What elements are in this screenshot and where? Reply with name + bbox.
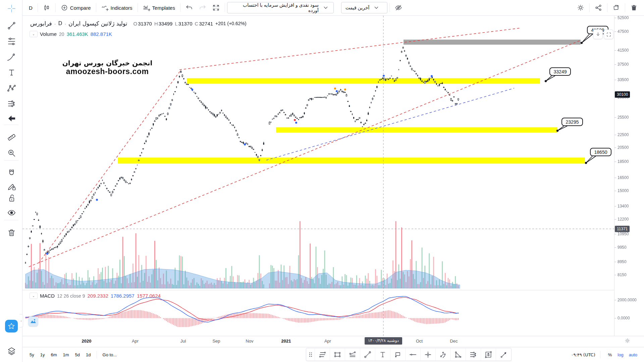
watermark-line1: انجمن خبرگان بورس تهران [52,59,163,67]
collapse-indicator-button[interactable]: ⌄ [30,293,38,299]
time-axis[interactable]: دوشنبه ۱۴۰۰/۴/۲۸ 2020AprJulSepNov2021Apr… [22,336,644,347]
share-icon [595,4,602,11]
cross-line-tool[interactable] [421,348,436,361]
tool-projection-button[interactable] [6,98,17,109]
fullscreen-button[interactable] [209,2,223,14]
interval-button[interactable]: D [26,2,36,14]
daterange-icon [484,351,492,359]
range-1y-button[interactable]: 1y [37,350,48,359]
tool-text-button[interactable] [6,67,17,78]
price-range-tool[interactable] [466,348,481,361]
range-5y-button[interactable]: 5y [26,350,37,359]
log-scale-button[interactable]: log [615,352,626,357]
tool-trend-line-button[interactable] [6,20,17,31]
text-tool[interactable] [375,348,390,361]
tool-fib-retracement-button[interactable] [6,36,17,47]
sidebar-collapse-handle[interactable]: ‹ [19,314,23,327]
tool-measure-button[interactable] [6,131,17,143]
price-tick-mark [614,117,616,118]
tool-object-tree-button[interactable] [6,345,17,357]
compare-button[interactable]: Compare [58,2,94,14]
chart-style-button[interactable] [40,2,53,14]
tool-lock-drawings-button[interactable] [6,192,17,204]
camera-icon [612,4,620,11]
goto-button[interactable]: Go to... [100,350,120,359]
hlines-icon [318,351,326,359]
macd-label: MACD [40,293,55,299]
chart-canvas[interactable] [0,0,644,362]
parallel-channel-tool[interactable] [436,348,451,361]
toolbar-divider [625,3,625,12]
compare-label: Compare [70,5,91,11]
price-tick-mark [614,178,616,178]
price-tick-label: 13400 [618,204,629,208]
close-value: 32741 [199,21,213,26]
exchange-label: فرابورس [30,20,52,27]
settings-button[interactable] [574,2,587,14]
horizontal-lines-tool[interactable] [315,348,330,361]
percent-scale-button[interactable]: % [605,350,615,359]
horizontal-ray-tool[interactable] [406,348,421,361]
scroll-down-button[interactable] [593,29,603,39]
tool-magnet-button[interactable] [6,167,17,179]
trendline-icon [364,351,372,359]
price-tick-mark [614,206,616,206]
trend-line-tool[interactable] [360,348,375,361]
auto-scale-button[interactable]: auto [626,352,640,357]
hide-panel-button[interactable] [392,2,405,14]
macd-params: 12 26 close 9 [57,293,85,299]
range-6m-button[interactable]: 6m [48,350,60,359]
toolbar-divider [55,3,56,12]
price-mode-dropdown[interactable]: آخرین قیمت [341,2,387,13]
tool-brush-button[interactable] [6,51,17,63]
axis-settings-gear-icon[interactable] [625,338,630,344]
price-tick-label: 47500 [618,29,629,34]
indicators-button[interactable]: Indicators [98,2,136,14]
tool-crosshair-button[interactable] [6,3,17,14]
adjustment-dropdown[interactable]: سود نقدی و افزایش سرمایه با احتساب آورده [227,2,334,13]
restore-view-button[interactable] [604,29,613,39]
delete-button[interactable] [627,2,641,14]
range-1m-button[interactable]: 1m [60,350,72,359]
symbol-legend[interactable]: فرابورس · D · تولید ژلاتین کپسول ایران O… [30,20,247,27]
price-tick-label: 52500 [618,15,629,20]
price-tick-mark [614,234,616,234]
pane-divider[interactable] [22,290,644,290]
drag-handle[interactable] [306,348,315,361]
arrow-tool[interactable] [496,348,511,361]
tool-remove-drawings-button[interactable] [6,227,17,238]
tool-favorites-button[interactable] [5,320,18,333]
redo-button[interactable] [196,2,209,14]
collapse-indicator-button[interactable]: ⌄ [30,31,38,37]
snapshot-button[interactable] [609,2,623,14]
fan-lines-tool[interactable] [345,348,360,361]
price-callout[interactable]: 18650 [590,148,611,156]
tool-zoom-in-button[interactable] [6,147,17,159]
range-5d-button[interactable]: 5d [72,350,83,359]
drag-icon [307,351,315,359]
price-callout[interactable]: 33249 [549,67,571,76]
price-axis[interactable]: 30100 11371 5250047500415003750033500295… [614,16,644,347]
clock-label[interactable]: ۰۹:۴۹ (UTC) [571,352,595,357]
tool-hide-drawings-button[interactable] [6,207,17,218]
xabcd-icon [7,84,16,93]
range-1d-button[interactable]: 1d [83,350,94,359]
date-price-range-tool[interactable] [481,348,496,361]
volume-legend[interactable]: ⌄ Volume 20 361.463K 882.871K [30,31,112,37]
tool-drawing-mode-button[interactable] [6,181,17,192]
price-tick-label: 12200 [618,217,629,222]
share-button[interactable] [592,2,605,14]
rectangle-tool[interactable] [330,348,345,361]
last-price-badge: 30100 [615,92,630,98]
macd-legend[interactable]: ⌄ MACD 12 26 close 9 209.2332 1786.2957 … [30,293,161,299]
price-callout[interactable]: 23295 [561,118,583,126]
tool-xabcd-pattern-button[interactable] [6,82,17,94]
tool-hide-drawings-panel-button[interactable] [6,113,17,124]
callout-tool[interactable] [390,348,406,361]
watermark: انجمن خبرگان بورس تهران amoozesh-boors.c… [52,59,163,76]
triangle-tool[interactable] [451,348,466,361]
crosshair-price-badge: 11371 [615,226,630,232]
templates-button[interactable]: Templates [140,2,178,14]
price-tick-label: 18500 [618,159,629,164]
undo-button[interactable] [182,2,196,14]
